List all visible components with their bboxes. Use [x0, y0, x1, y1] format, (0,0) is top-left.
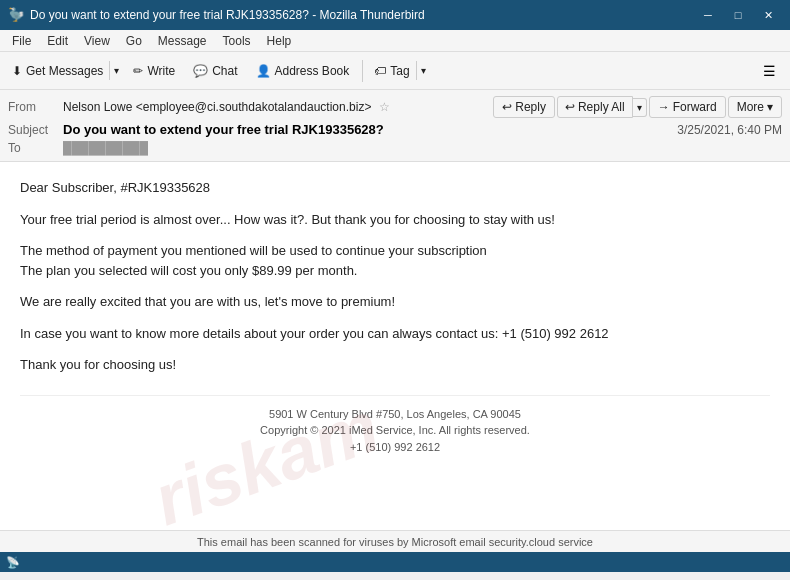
reply-icon: ↩ [502, 100, 512, 114]
toolbar: ⬇ Get Messages ▾ ✏ Write 💬 Chat 👤 Addres… [0, 52, 790, 90]
tag-split-button: 🏷 Tag ▾ [368, 60, 429, 82]
from-value: Nelson Lowe <employee@ci.southdakotaland… [63, 100, 493, 114]
body-line-3: The method of payment you mentioned will… [20, 241, 770, 280]
more-icon: ▾ [767, 100, 773, 114]
menu-message[interactable]: Message [150, 32, 215, 50]
email-content-area: riskam Dear Subscriber, #RJK19335628 You… [0, 162, 790, 530]
reply-all-dropdown[interactable]: ▾ [633, 98, 647, 117]
from-email: <employee@ci.southdakotalandauction.biz> [136, 100, 372, 114]
maximize-button[interactable]: □ [724, 5, 752, 25]
more-button[interactable]: More ▾ [728, 96, 782, 118]
email-body: Dear Subscriber, #RJK19335628 Your free … [20, 178, 770, 455]
forward-icon: → [658, 100, 670, 114]
write-label: Write [147, 64, 175, 78]
get-messages-label: Get Messages [26, 64, 103, 78]
reply-label: Reply [515, 100, 546, 114]
tag-button[interactable]: 🏷 Tag [368, 60, 415, 82]
scan-footer: This email has been scanned for viruses … [0, 530, 790, 552]
app-icon: 🦤 [8, 7, 24, 23]
body-line-5: In case you want to know more details ab… [20, 324, 770, 344]
body-line-6: Thank you for choosing us! [20, 355, 770, 375]
get-messages-button[interactable]: ⬇ Get Messages [6, 60, 109, 82]
body-line-3a: The method of payment you mentioned will… [20, 243, 487, 258]
menu-edit[interactable]: Edit [39, 32, 76, 50]
get-messages-dropdown[interactable]: ▾ [109, 61, 123, 80]
body-line-1: Dear Subscriber, #RJK19335628 [20, 178, 770, 198]
window-title: Do you want to extend your free trial RJ… [30, 8, 694, 22]
subject-label: Subject [8, 123, 63, 137]
chat-button[interactable]: 💬 Chat [185, 60, 245, 82]
star-icon[interactable]: ☆ [379, 100, 390, 114]
hamburger-menu[interactable]: ☰ [755, 59, 784, 83]
footer-line-1: 5901 W Century Blvd #750, Los Angeles, C… [20, 406, 770, 423]
forward-label: Forward [673, 100, 717, 114]
menu-file[interactable]: File [4, 32, 39, 50]
forward-button[interactable]: → Forward [649, 96, 726, 118]
body-line-4: We are really excited that you are with … [20, 292, 770, 312]
from-label: From [8, 100, 63, 114]
status-icon: 📡 [6, 556, 20, 569]
address-book-label: Address Book [275, 64, 350, 78]
menu-tools[interactable]: Tools [215, 32, 259, 50]
close-button[interactable]: ✕ [754, 5, 782, 25]
get-messages-split-button: ⬇ Get Messages ▾ [6, 60, 123, 82]
tag-icon: 🏷 [374, 64, 386, 78]
to-value: ██████████ [63, 141, 782, 155]
action-buttons: ↩ Reply ↩ Reply All ▾ → Forward More ▾ [493, 96, 782, 118]
reply-all-split: ↩ Reply All ▾ [557, 96, 647, 118]
address-book-icon: 👤 [256, 64, 271, 78]
chat-icon: 💬 [193, 64, 208, 78]
body-line-3b: The plan you selected will cost you only… [20, 263, 357, 278]
menu-view[interactable]: View [76, 32, 118, 50]
reply-button[interactable]: ↩ Reply [493, 96, 555, 118]
titlebar: 🦤 Do you want to extend your free trial … [0, 0, 790, 30]
chat-label: Chat [212, 64, 237, 78]
tag-dropdown[interactable]: ▾ [416, 61, 430, 80]
body-line-2: Your free trial period is almost over...… [20, 210, 770, 230]
email-footer: 5901 W Century Blvd #750, Los Angeles, C… [20, 395, 770, 456]
footer-line-3: +1 (510) 992 2612 [20, 439, 770, 456]
reply-all-button[interactable]: ↩ Reply All [557, 96, 633, 118]
minimize-button[interactable]: ─ [694, 5, 722, 25]
more-label: More [737, 100, 764, 114]
subject-value: Do you want to extend your free trial RJ… [63, 122, 677, 137]
write-icon: ✏ [133, 64, 143, 78]
footer-line-2: Copyright © 2021 iMed Service, Inc. All … [20, 422, 770, 439]
from-name: Nelson Lowe [63, 100, 132, 114]
from-row: From Nelson Lowe <employee@ci.southdakot… [8, 94, 782, 120]
tag-label: Tag [390, 64, 409, 78]
get-messages-icon: ⬇ [12, 64, 22, 78]
toolbar-separator [362, 60, 363, 82]
menubar: File Edit View Go Message Tools Help [0, 30, 790, 52]
window-controls: ─ □ ✕ [694, 5, 782, 25]
email-body-container[interactable]: Dear Subscriber, #RJK19335628 Your free … [0, 162, 790, 530]
statusbar: 📡 [0, 552, 790, 572]
to-label: To [8, 141, 63, 155]
write-button[interactable]: ✏ Write [125, 60, 183, 82]
address-book-button[interactable]: 👤 Address Book [248, 60, 358, 82]
scan-notice: This email has been scanned for viruses … [197, 536, 593, 548]
subject-row: Subject Do you want to extend your free … [8, 120, 782, 139]
email-date: 3/25/2021, 6:40 PM [677, 123, 782, 137]
to-row: To ██████████ [8, 139, 782, 157]
menu-go[interactable]: Go [118, 32, 150, 50]
email-header: From Nelson Lowe <employee@ci.southdakot… [0, 90, 790, 162]
reply-all-label: Reply All [578, 100, 625, 114]
menu-help[interactable]: Help [259, 32, 300, 50]
reply-all-icon: ↩ [565, 100, 575, 114]
